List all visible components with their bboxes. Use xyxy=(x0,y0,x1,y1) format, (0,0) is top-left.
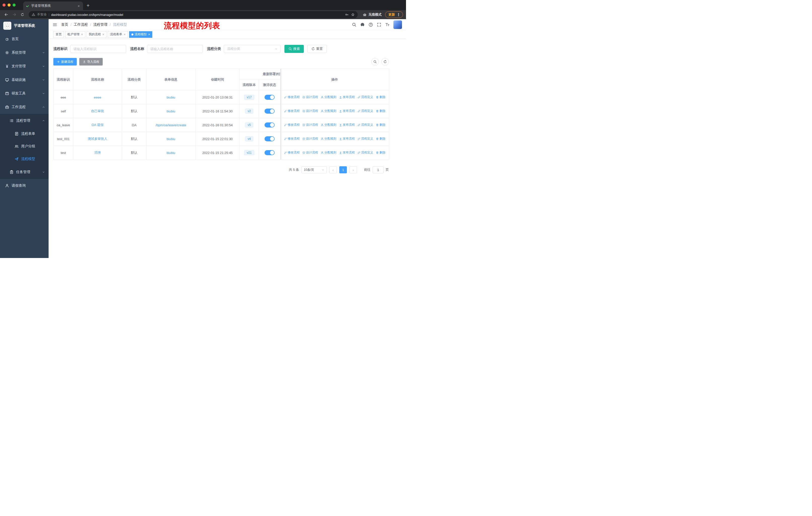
fullscreen-icon[interactable] xyxy=(377,22,381,27)
action-process-definition[interactable]: 流程定义 xyxy=(357,137,373,141)
form-info-link[interactable]: biubiu xyxy=(167,109,175,113)
sidebar-item-task-management[interactable]: 任务管理 xyxy=(0,165,49,179)
breadcrumb-workflow[interactable]: 工作流程 xyxy=(74,22,88,27)
active-toggle[interactable] xyxy=(265,150,274,155)
action-edit-process[interactable]: 修改流程 xyxy=(284,123,300,127)
sidebar-item-process-model[interactable]: 流程模型 xyxy=(0,153,49,165)
process-name-input[interactable] xyxy=(147,45,203,53)
sidebar-item-user-group[interactable]: 用户分组 xyxy=(0,140,49,153)
password-key-icon[interactable] xyxy=(345,13,349,17)
create-process-button[interactable]: 新建流程 xyxy=(53,58,77,65)
tag-home[interactable]: 首页 xyxy=(53,31,64,38)
action-process-definition[interactable]: 流程定义 xyxy=(357,109,373,113)
form-info-link[interactable]: /bpm/oa/leave/create xyxy=(155,123,186,127)
action-design-process[interactable]: 设计流程 xyxy=(302,123,318,127)
reset-button[interactable]: 重置 xyxy=(307,45,327,53)
breadcrumb-home[interactable]: 首页 xyxy=(61,22,68,27)
action-design-process[interactable]: 设计流程 xyxy=(302,95,318,99)
page-1-button[interactable]: 1 xyxy=(339,166,347,173)
action-process-definition[interactable]: 流程定义 xyxy=(357,95,373,99)
goto-page-input[interactable] xyxy=(373,166,384,173)
process-name-link[interactable]: OA 请假 xyxy=(92,123,104,127)
zoom-window-button[interactable] xyxy=(12,3,16,6)
process-key-input[interactable] xyxy=(70,45,126,53)
font-size-icon[interactable] xyxy=(385,22,389,27)
browser-menu-icon[interactable]: ⋮ xyxy=(397,12,401,17)
minimize-window-button[interactable] xyxy=(7,3,10,6)
action-design-process[interactable]: 设计流程 xyxy=(302,109,318,113)
refresh-table-button[interactable] xyxy=(381,58,389,65)
action-delete[interactable]: 删除 xyxy=(376,151,386,155)
page-size-select[interactable]: 10条/页 xyxy=(301,166,327,173)
sidebar-item-home[interactable]: 首页 xyxy=(0,32,49,46)
hamburger-icon[interactable] xyxy=(53,22,57,27)
close-window-button[interactable] xyxy=(2,3,5,6)
browser-tab[interactable]: 芋道管理系统 × xyxy=(23,1,83,10)
sidebar-item-workflow[interactable]: 工作流程 xyxy=(0,100,49,114)
action-delete[interactable]: 删除 xyxy=(376,123,386,127)
action-publish-process[interactable]: 发布流程 xyxy=(339,109,355,113)
search-icon[interactable] xyxy=(352,22,356,27)
action-assign-rule[interactable]: 分配规则 xyxy=(321,123,337,127)
action-edit-process[interactable]: 修改流程 xyxy=(284,151,300,155)
process-name-link[interactable]: 滔博 xyxy=(94,151,101,155)
prev-page-button[interactable]: ‹ xyxy=(329,166,337,173)
active-toggle[interactable] xyxy=(265,95,274,100)
bookmark-star-icon[interactable] xyxy=(351,13,355,17)
tag-my-process[interactable]: 我的流程 × xyxy=(87,31,107,38)
form-info-link[interactable]: biubiu xyxy=(167,137,175,141)
sidebar-item-system[interactable]: 系统管理 xyxy=(0,46,49,59)
action-assign-rule[interactable]: 分配规则 xyxy=(321,151,337,155)
toggle-search-button[interactable] xyxy=(371,58,379,65)
action-design-process[interactable]: 设计流程 xyxy=(302,151,318,155)
breadcrumb-process-management[interactable]: 流程管理 xyxy=(93,22,108,27)
close-tag-icon[interactable]: × xyxy=(103,33,105,36)
active-toggle[interactable] xyxy=(265,123,274,128)
tag-process-form[interactable]: 流程表单 × xyxy=(108,31,128,38)
action-assign-rule[interactable]: 分配规则 xyxy=(321,137,337,141)
action-edit-process[interactable]: 修改流程 xyxy=(284,109,300,113)
import-process-button[interactable]: 导入流程 xyxy=(79,58,103,65)
process-category-select[interactable]: 流程分类 xyxy=(224,45,281,53)
close-tab-icon[interactable]: × xyxy=(77,4,81,8)
action-publish-process[interactable]: 发布流程 xyxy=(339,123,355,127)
action-process-definition[interactable]: 流程定义 xyxy=(357,151,373,155)
search-button[interactable]: 搜索 xyxy=(284,45,304,53)
forward-button[interactable] xyxy=(11,11,18,18)
active-toggle[interactable] xyxy=(265,136,274,141)
action-publish-process[interactable]: 发布流程 xyxy=(339,151,355,155)
process-name-link[interactable]: eeee xyxy=(94,96,101,99)
sidebar-item-process-form[interactable]: 流程表单 xyxy=(0,128,49,140)
tag-tenant-management[interactable]: 租户管理 × xyxy=(65,31,85,38)
close-tag-icon[interactable]: × xyxy=(123,33,125,36)
action-assign-rule[interactable]: 分配规则 xyxy=(321,109,337,113)
action-assign-rule[interactable]: 分配规则 xyxy=(321,95,337,99)
address-bar[interactable]: 不安全 | dashboard.yudao.iocoder.cn/bpm/man… xyxy=(29,11,358,18)
github-icon[interactable] xyxy=(360,22,365,27)
action-publish-process[interactable]: 发布流程 xyxy=(339,137,355,141)
sidebar-item-payment[interactable]: 支付管理 xyxy=(0,59,49,73)
sidebar-item-dev-tools[interactable]: 研发工具 xyxy=(0,87,49,100)
back-button[interactable] xyxy=(3,11,9,18)
process-name-link[interactable]: 自己审批 xyxy=(91,109,104,113)
process-name-link[interactable]: 测试多审批人 xyxy=(88,137,108,141)
close-tag-icon[interactable]: × xyxy=(148,33,150,36)
active-toggle[interactable] xyxy=(265,109,274,114)
action-edit-process[interactable]: 修改流程 xyxy=(284,137,300,141)
action-delete[interactable]: 删除 xyxy=(376,137,386,141)
browser-update-button[interactable]: 更新 ⋮ xyxy=(385,11,403,18)
action-delete[interactable]: 删除 xyxy=(376,109,386,113)
user-avatar[interactable] xyxy=(394,20,402,29)
action-publish-process[interactable]: 发布流程 xyxy=(339,95,355,99)
action-process-definition[interactable]: 流程定义 xyxy=(357,123,373,127)
form-info-link[interactable]: biubiu xyxy=(167,96,175,99)
form-info-link[interactable]: biubiu xyxy=(167,151,175,155)
close-tag-icon[interactable]: × xyxy=(81,33,83,36)
sidebar-item-infrastructure[interactable]: 基础设施 xyxy=(0,73,49,87)
action-edit-process[interactable]: 修改流程 xyxy=(284,95,300,99)
new-tab-button[interactable]: + xyxy=(87,3,90,8)
action-design-process[interactable]: 设计流程 xyxy=(302,137,318,141)
sidebar-item-process-management[interactable]: 流程管理 xyxy=(0,114,49,128)
help-icon[interactable] xyxy=(369,22,373,27)
sidebar-item-leave-query[interactable]: 请假查询 xyxy=(0,179,49,192)
